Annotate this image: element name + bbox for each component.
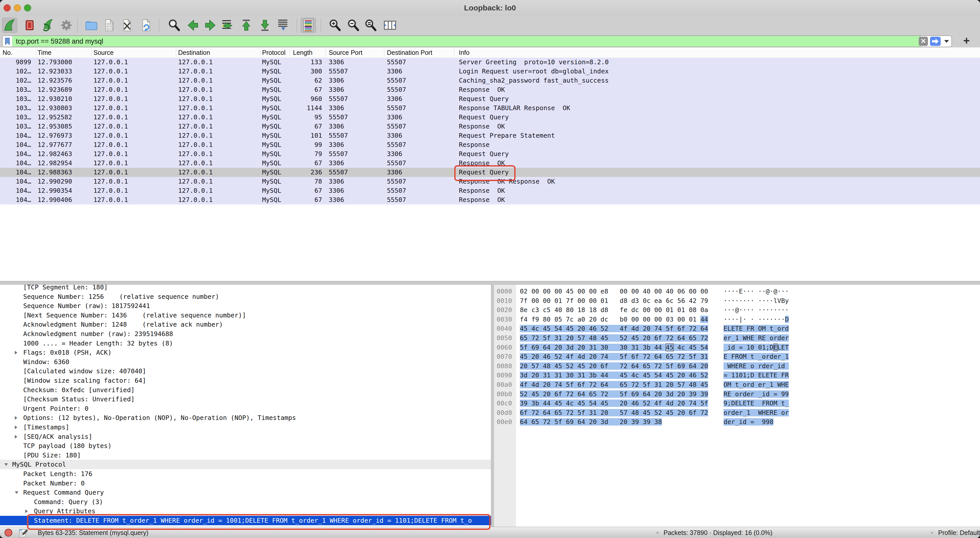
detail-row[interactable]: Urgent Pointer: 0 — [0, 404, 491, 413]
hex-row[interactable]: 00d06f 72 64 65 72 5f 31 20 57 48 45 52 … — [494, 408, 980, 417]
hex-row[interactable]: 00208e c3 c5 40 80 18 18 d8 fe dc 00 00 … — [494, 305, 980, 315]
go-last-button[interactable] — [257, 17, 272, 33]
capture-comment-icon[interactable] — [19, 528, 27, 538]
detail-row[interactable]: [SEQ/ACK analysis] — [0, 432, 491, 441]
detail-row[interactable]: [Next Sequence Number: 1436 (relative se… — [0, 311, 491, 320]
find-packet-button[interactable] — [167, 17, 182, 33]
hex-row[interactable]: 005065 72 5f 31 20 57 48 45 52 45 20 6f … — [494, 333, 980, 343]
column-separator[interactable] — [176, 48, 176, 57]
detail-row[interactable]: Acknowledgment Number: 1248 (relative ac… — [0, 320, 491, 329]
hex-row[interactable]: 00605f 69 64 20 3d 20 31 30 30 31 3b 44 … — [494, 343, 980, 352]
column-separator[interactable] — [260, 48, 261, 57]
zoom-in-button[interactable] — [328, 17, 343, 33]
detail-row[interactable]: 1000 .... = Header Length: 32 bytes (8) — [0, 339, 491, 348]
detail-row[interactable]: Packet Number: 0 — [0, 479, 491, 488]
hex-row[interactable]: 00b052 45 20 6f 72 64 65 72 5f 69 64 20 … — [494, 389, 980, 399]
hex-bytes[interactable]: f4 f9 80 05 7c a0 20 dc b0 00 00 00 03 0… — [520, 315, 708, 324]
hex-bytes[interactable]: 4f 4d 20 74 5f 6f 72 64 65 72 5f 31 20 5… — [520, 380, 708, 389]
detail-row[interactable]: Query Attributes — [0, 506, 491, 516]
hex-bytes[interactable]: 5f 69 64 20 3d 20 31 30 30 31 3b 44 45 4… — [520, 343, 708, 352]
column-header-protocol[interactable]: Protocol — [262, 48, 286, 58]
filter-bookmark-button[interactable] — [3, 36, 13, 47]
hex-bytes[interactable]: 3d 20 31 31 30 31 3b 44 45 4c 45 54 45 2… — [520, 370, 708, 380]
hex-ascii[interactable]: ····|· · ·······D — [724, 315, 789, 324]
detail-row[interactable]: Flags: 0x018 (PSH, ACK) — [0, 348, 491, 357]
column-header-destination-port[interactable]: Destination Port — [387, 48, 432, 58]
filter-expression-text[interactable]: tcp.port == 59288 and mysql — [16, 36, 103, 47]
hex-bytes[interactable]: 6f 72 64 65 72 5f 31 20 57 48 45 52 45 2… — [520, 408, 708, 417]
column-header-time[interactable]: Time — [38, 48, 52, 58]
zoom-reset-button[interactable] — [363, 17, 379, 33]
hex-row[interactable]: 007045 20 46 52 4f 4d 20 74 5f 6f 72 64 … — [494, 352, 980, 361]
hex-ascii[interactable]: _id = 10 01;DELET — [724, 343, 789, 352]
hex-bytes[interactable]: 20 57 48 45 52 45 20 6f 72 64 65 72 5f 6… — [520, 361, 708, 371]
stop-capture-button[interactable] — [22, 17, 37, 33]
column-header-length[interactable]: Length — [293, 48, 312, 58]
packet-row[interactable]: 104…12.988363127.0.0.1127.0.0.1MySQL2365… — [0, 168, 980, 177]
hex-ascii[interactable]: WHERE o rder_id — [724, 361, 789, 371]
start-capture-button[interactable] — [2, 17, 18, 33]
column-header-source[interactable]: Source — [94, 48, 114, 58]
clear-filter-button[interactable]: ✕ — [919, 37, 928, 46]
hex-row[interactable]: 00e064 65 72 5f 69 64 20 3d 20 39 39 38d… — [494, 417, 980, 427]
detail-row[interactable]: [Window size scaling factor: 64] — [0, 376, 491, 385]
column-header-source-port[interactable]: Source Port — [329, 48, 363, 58]
hex-row[interactable]: 00a04f 4d 20 74 5f 6f 72 64 65 72 5f 31 … — [494, 380, 980, 389]
hex-ascii[interactable]: = 1101;D ELETE FR — [724, 370, 789, 380]
detail-row[interactable]: Request Command Query — [0, 488, 491, 497]
column-header-no[interactable]: No. — [3, 48, 13, 58]
detail-row[interactable]: Statement: DELETE FROM t_order_1 WHERE o… — [0, 516, 491, 525]
packet-row[interactable]: 104…12.982463127.0.0.1127.0.0.1MySQL7955… — [0, 149, 980, 159]
detail-row[interactable]: Command: Query (3) — [0, 497, 491, 507]
auto-scroll-button[interactable] — [275, 17, 290, 33]
hex-row[interactable]: 004045 4c 45 54 45 20 46 52 4f 4d 20 74 … — [494, 324, 980, 333]
add-filter-button[interactable]: + — [960, 35, 973, 48]
hex-row[interactable]: 00903d 20 31 31 30 31 3b 44 45 4c 45 54 … — [494, 370, 980, 380]
detail-row[interactable]: [Checksum Status: Unverified] — [0, 394, 491, 404]
detail-row[interactable]: Acknowledgment number (raw): 2395194688 — [0, 329, 491, 339]
packet-row[interactable]: 103…12.953085127.0.0.1127.0.0.1MySQL6733… — [0, 122, 980, 131]
expand-arrow-icon[interactable] — [14, 351, 18, 356]
packet-row[interactable]: 104…12.990406127.0.0.1127.0.0.1MySQL6733… — [0, 195, 980, 205]
column-header-info[interactable]: Info — [459, 48, 469, 58]
save-file-button[interactable]: 010100110101110 — [102, 17, 117, 33]
reload-file-button[interactable] — [138, 17, 154, 33]
resize-columns-button[interactable] — [382, 17, 398, 33]
capture-options-button[interactable] — [59, 17, 74, 33]
open-file-button[interactable] — [84, 17, 99, 33]
expand-arrow-icon[interactable] — [14, 416, 18, 421]
packet-row[interactable]: 104…12.982954127.0.0.1127.0.0.1MySQL6733… — [0, 159, 980, 168]
hex-bytes[interactable]: 45 20 46 52 4f 4d 20 74 5f 6f 72 64 65 7… — [520, 352, 708, 361]
filter-history-caret[interactable] — [944, 40, 949, 43]
collapse-arrow-icon[interactable] — [14, 490, 19, 495]
packet-row[interactable]: 103…12.952582127.0.0.1127.0.0.1MySQL9555… — [0, 113, 980, 122]
detail-row[interactable]: TCP payload (180 bytes) — [0, 441, 491, 451]
hex-row[interactable]: 00c039 3b 44 45 4c 45 54 45 20 46 52 4f … — [494, 398, 980, 408]
packet-row[interactable]: 104…12.990290127.0.0.1127.0.0.1MySQL7833… — [0, 177, 980, 186]
apply-filter-button[interactable] — [930, 37, 941, 46]
packet-row[interactable]: 104…12.990354127.0.0.1127.0.0.1MySQL6733… — [0, 186, 980, 195]
hex-bytes[interactable]: 39 3b 44 45 4c 45 54 45 20 46 52 4f 4d 2… — [520, 398, 708, 408]
packet-row[interactable]: 989912.793000127.0.0.1127.0.0.1MySQL1333… — [0, 58, 980, 67]
detail-row[interactable]: [TCP Segment Len: 180] — [0, 285, 491, 292]
hex-ascii[interactable]: ···@···· ········ — [724, 305, 789, 315]
go-back-button[interactable] — [185, 17, 200, 33]
hex-ascii[interactable]: der_id = 998 — [724, 417, 773, 427]
hex-bytes[interactable]: 8e c3 c5 40 80 18 18 d8 fe dc 00 00 01 0… — [520, 305, 708, 315]
display-filter-input[interactable]: tcp.port == 59288 and mysql ✕ — [2, 35, 952, 47]
restart-capture-button[interactable] — [40, 17, 56, 33]
packet-row[interactable]: 103…12.923689127.0.0.1127.0.0.1MySQL6733… — [0, 85, 980, 94]
hex-ascii[interactable]: ········ ····lVBy — [724, 296, 789, 305]
hex-ascii[interactable]: E FROM t _order_1 — [724, 352, 789, 361]
column-separator[interactable] — [91, 48, 91, 57]
packet-row[interactable]: 103…12.930803127.0.0.1127.0.0.1MySQL1144… — [0, 103, 980, 113]
hex-ascii[interactable]: ····E··· ··@·@··· — [724, 287, 789, 296]
detail-row[interactable]: [Timestamps] — [0, 422, 491, 432]
hex-bytes[interactable]: 64 65 72 5f 69 64 20 3d 20 39 39 38 — [520, 417, 662, 427]
detail-row[interactable]: [Calculated window size: 407040] — [0, 367, 491, 376]
hex-row[interactable]: 0030f4 f9 80 05 7c a0 20 dc b0 00 00 00 … — [494, 315, 980, 324]
packet-row[interactable]: 104…12.977677127.0.0.1127.0.0.1MySQL9933… — [0, 140, 980, 149]
expert-info-icon[interactable] — [4, 528, 13, 537]
detail-row[interactable]: Options: (12 bytes), No-Operation (NOP),… — [0, 413, 491, 422]
status-profile[interactable]: Profile: Default — [938, 527, 980, 538]
